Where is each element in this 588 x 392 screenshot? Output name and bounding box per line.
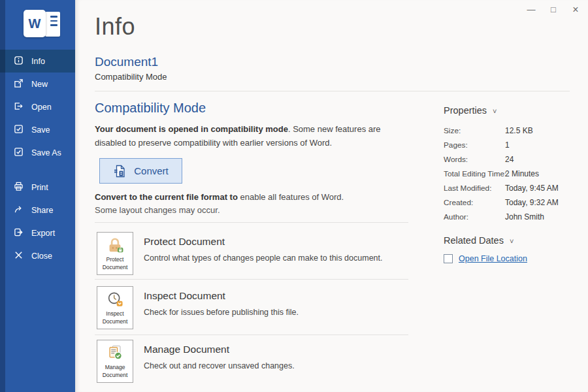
convert-description: Convert to the current file format to en…: [95, 191, 344, 217]
sidebar-item-close[interactable]: Close: [0, 244, 75, 267]
protect-document-title: Protect Document: [144, 236, 383, 248]
sidebar-item-open[interactable]: Open: [0, 95, 75, 118]
property-value: Today, 9:45 AM: [505, 184, 559, 193]
sidebar-item-label: Save As: [31, 148, 61, 157]
convert-button[interactable]: Convert: [99, 158, 182, 184]
property-label: Pages:: [444, 140, 505, 150]
protect-lock-icon: [105, 236, 125, 255]
property-label: Words:: [444, 155, 505, 164]
sidebar-item-save-as[interactable]: Save As: [0, 141, 75, 164]
divider: [95, 222, 408, 223]
chevron-down-icon: ˅: [493, 107, 497, 115]
property-label: Author:: [444, 212, 505, 221]
sidebar-item-label: Export: [31, 229, 55, 238]
properties-heading: Properties: [444, 105, 487, 116]
convert-note: Some layout changes may occur.: [95, 204, 344, 217]
properties-panel: Properties ˅ Size: 12.5 KB Pages: 1 Word…: [444, 105, 584, 224]
sidebar-item-label: New: [31, 80, 48, 89]
inspect-clock-icon: [105, 290, 125, 310]
property-label: Created:: [444, 198, 505, 207]
property-row-last-modified: Last Modified: Today, 9:45 AM: [444, 181, 584, 195]
divider: [95, 279, 408, 280]
sidebar-item-label: Close: [31, 252, 52, 261]
protect-button-label-1: Protect: [106, 256, 124, 263]
divider: [95, 335, 408, 335]
page-title: Info: [95, 13, 135, 41]
inspect-document-description: Check for issues before publishing this …: [144, 308, 299, 317]
property-row-author: Author: John Smith: [444, 210, 584, 224]
window-controls: — □ ×: [525, 3, 581, 16]
sidebar-item-new[interactable]: New: [0, 73, 75, 95]
sidebar-item-print[interactable]: Print: [0, 176, 75, 199]
open-file-location-link[interactable]: Open File Location: [459, 254, 527, 263]
maximize-button[interactable]: □: [547, 3, 559, 16]
inspect-document-button[interactable]: Inspect Document: [97, 286, 133, 329]
share-icon: [14, 204, 24, 216]
backstage-sidebar: W Info: [0, 0, 75, 392]
divider: [95, 91, 570, 91]
open-file-location-row: Open File Location: [444, 254, 527, 263]
related-dates-dropdown[interactable]: Related Dates ˅: [444, 235, 527, 246]
sidebar-item-info[interactable]: Info: [0, 50, 75, 73]
sidebar-edge-strip: [0, 0, 5, 392]
property-label: Last Modified:: [444, 184, 505, 193]
compatibility-mode-description: Your document is opened in compatibility…: [95, 123, 407, 150]
protect-document-text: Protect Document Control what types of c…: [144, 232, 383, 275]
word-logo-document: [45, 12, 60, 37]
export-icon: [14, 227, 24, 239]
convert-button-label: Convert: [134, 165, 169, 176]
property-value: John Smith: [505, 212, 544, 221]
property-value: 1: [505, 140, 510, 150]
open-file-location-checkbox[interactable]: [444, 254, 453, 263]
convert-document-icon: [113, 164, 127, 178]
manage-document-icon: [105, 344, 125, 363]
manage-button-label-2: Document: [103, 372, 128, 379]
sidebar-item-label: Open: [31, 103, 52, 112]
sidebar-item-label: Share: [31, 206, 53, 215]
sidebar-item-label: Print: [31, 183, 48, 192]
info-icon: [14, 56, 24, 67]
property-value: 12.5 KB: [505, 126, 533, 135]
sidebar-item-export[interactable]: Export: [0, 221, 75, 244]
word-logo-tile: W: [24, 10, 46, 37]
manage-document-button[interactable]: Manage Document: [97, 340, 133, 383]
word-backstage-info-screen: W Info: [0, 0, 588, 392]
property-label: Total Editing Time:: [444, 169, 505, 178]
close-icon: [14, 250, 24, 262]
inspect-button-label-1: Inspect: [106, 310, 123, 318]
property-row-size: Size: 12.5 KB: [444, 123, 584, 138]
property-value: 24: [505, 155, 514, 164]
manage-document-description: Check out and recover unsaved changes.: [144, 361, 295, 370]
property-label: Size:: [444, 126, 505, 135]
word-logo-letter: W: [29, 16, 41, 31]
backstage-nav: Info New: [0, 50, 75, 267]
sidebar-item-save[interactable]: Save: [0, 118, 75, 141]
new-document-icon: [14, 78, 24, 90]
related-dates-heading: Related Dates: [444, 235, 504, 246]
save-as-icon: [14, 147, 24, 159]
properties-list: Size: 12.5 KB Pages: 1 Words: 24 Total E…: [444, 123, 584, 224]
property-row-editing-time: Total Editing Time: 2 Minutes: [444, 167, 584, 181]
compatibility-mode-heading: Compatibility Mode: [95, 101, 206, 116]
manage-document-text: Manage Document Check out and recover un…: [144, 340, 295, 383]
protect-button-label-2: Document: [103, 264, 128, 271]
close-window-button[interactable]: ×: [570, 3, 581, 16]
sidebar-item-share[interactable]: Share: [0, 199, 75, 221]
property-value: Today, 9:32 AM: [505, 198, 559, 207]
word-app-logo: W: [24, 8, 61, 41]
protect-document-button[interactable]: Protect Document: [97, 232, 133, 275]
manage-document-title: Manage Document: [144, 344, 295, 355]
document-header: Document1 Compatibility Mode: [95, 55, 167, 82]
open-icon: [14, 101, 24, 113]
convert-desc-strong: Convert to the current file format to: [95, 192, 238, 202]
property-row-pages: Pages: 1: [444, 138, 584, 152]
related-dates-panel: Related Dates ˅ Open File Location: [444, 235, 527, 263]
manage-button-label-1: Manage: [105, 364, 125, 371]
print-icon: [14, 182, 24, 193]
property-row-created: Created: Today, 9:32 AM: [444, 195, 584, 210]
minimize-button[interactable]: —: [525, 3, 537, 16]
document-name: Document1: [95, 55, 167, 69]
properties-dropdown[interactable]: Properties ˅: [444, 105, 584, 116]
property-row-words: Words: 24: [444, 152, 584, 167]
sidebar-item-label: Save: [31, 125, 50, 135]
